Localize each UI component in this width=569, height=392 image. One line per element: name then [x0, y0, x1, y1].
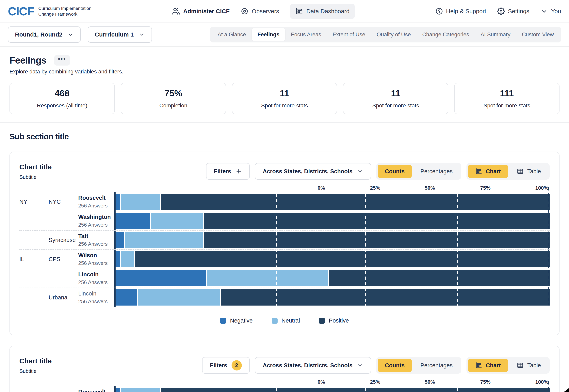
stat-value: 468: [55, 88, 70, 98]
stat-value: 11: [391, 88, 400, 98]
bar-segment-negative: [116, 232, 124, 248]
user-menu[interactable]: You: [540, 8, 561, 15]
row-school-name: Wilson: [78, 252, 116, 259]
page-menu-button[interactable]: •••: [54, 55, 70, 66]
chevron-down-icon: [357, 362, 363, 368]
chart-view-label: Chart: [486, 168, 501, 175]
stat-card: 11 Spot for more stats: [232, 83, 337, 114]
chart-legend: NegativeNeutralPositive: [19, 317, 550, 324]
stat-card: 75% Completion: [121, 83, 226, 114]
bar-segment-positive: [135, 251, 550, 267]
grouping-dropdown[interactable]: Across States, Districts, Schools: [255, 357, 371, 374]
tab-custom-view[interactable]: Custom View: [516, 28, 560, 41]
row-answer-count: 256 Answers: [78, 260, 116, 266]
stacked-bar-chart: 0%25%50%75%100% NYNYCRoosevelt256 Answer…: [19, 185, 550, 324]
bar-segment-neutral: [121, 194, 160, 210]
bar-segment-positive: [221, 289, 550, 306]
row-school-name: Lincoln: [78, 290, 116, 297]
group-separator: [19, 249, 550, 250]
chart-card: Chart title Subtitle Filters Across Stat…: [10, 152, 559, 335]
chevron-down-icon: [68, 32, 73, 38]
brand-tagline-line2: Change Framework: [38, 12, 77, 17]
chart-row: SyracauseTaft256 Answers: [19, 232, 550, 248]
bar-segment-negative: [116, 251, 120, 267]
row-school-cell: Washington256 Answers: [78, 214, 116, 228]
chart-row: Lincoln256 Answers: [19, 270, 550, 286]
tab-feelings[interactable]: Feelings: [252, 28, 285, 41]
y-axis-line: [114, 386, 116, 392]
bar-segment-positive: [329, 270, 550, 286]
chart-view-option[interactable]: Chart: [468, 165, 508, 178]
chart-card: Chart title Subtitle Filters 2 Across St…: [10, 346, 559, 392]
row-school-cell: Lincoln256 Answers: [78, 271, 116, 285]
bar-track: [116, 270, 550, 286]
tab-focus-areas[interactable]: Focus Areas: [285, 28, 327, 41]
page-subtitle: Explore data by combining variables and …: [10, 69, 559, 75]
axis-tick-label: 75%: [480, 185, 491, 191]
counts-percentages-toggle: Counts Percentages: [376, 357, 461, 374]
nav-observers[interactable]: Observers: [241, 7, 279, 15]
bar-chart-icon: [475, 168, 482, 175]
brand-logo: CICF: [8, 4, 34, 18]
curriculum-dropdown-value: Currriculum 1: [95, 31, 134, 38]
nav-administer-cicf[interactable]: Administer CICF: [172, 7, 230, 15]
grouping-dropdown[interactable]: Across States, Districts, Schools: [255, 163, 371, 180]
filters-count-badge: 2: [232, 360, 242, 370]
row-state-label: NY: [19, 198, 49, 205]
axis-tick-label: 25%: [370, 379, 380, 385]
row-answer-count: 256 Answers: [78, 241, 116, 247]
counts-option[interactable]: Counts: [378, 165, 412, 178]
bar-segment-neutral: [125, 232, 203, 248]
chevron-down-icon: [357, 168, 363, 174]
tab-ai-summary[interactable]: AI Summary: [475, 28, 516, 41]
grouping-dropdown-value: Across States, Districts, Schools: [263, 362, 353, 369]
percentages-option[interactable]: Percentages: [413, 359, 460, 372]
row-school-name: Taft: [78, 233, 116, 239]
subsection-title: Sub section title: [10, 132, 559, 141]
tab-quality-of-use[interactable]: Quality of Use: [371, 28, 417, 41]
bar-segment-negative: [116, 270, 206, 286]
chart-heading: Chart title Subtitle: [19, 163, 52, 180]
filters-button[interactable]: Filters 2: [202, 357, 250, 374]
legend-swatch: [272, 318, 277, 324]
percentages-option[interactable]: Percentages: [413, 165, 460, 178]
chart-subtitle: Subtitle: [19, 174, 52, 180]
stat-value: 111: [500, 88, 514, 98]
settings-button[interactable]: Settings: [497, 8, 529, 15]
bar-segment-neutral: [121, 388, 160, 392]
row-district-label: NYC: [49, 198, 78, 205]
row-school-cell: Wilson256 Answers: [78, 252, 116, 266]
tab-extent-of-use[interactable]: Extent of Use: [327, 28, 371, 41]
nav-data-dashboard[interactable]: Data Dashboard: [290, 4, 355, 19]
rounds-dropdown[interactable]: Round1, Round2: [8, 27, 81, 43]
stat-card: 468 Responses (all time): [10, 83, 115, 114]
legend-swatch: [220, 318, 226, 324]
chart-row: UrbanaLincoln256 Answers: [19, 289, 550, 306]
group-separator: [19, 230, 550, 231]
stat-label: Spot for more stats: [261, 102, 308, 109]
bar-chart-icon: [295, 7, 303, 15]
filters-button[interactable]: Filters: [206, 163, 250, 180]
chart-view-label: Chart: [486, 362, 501, 369]
bar-track: [116, 194, 550, 210]
primary-nav: Administer CICF Observers Data Dashboard: [172, 4, 355, 19]
app-header: CICF Curriculum Implementation Change Fr…: [0, 0, 569, 23]
axis-tick-label: 100%: [535, 185, 548, 191]
row-school-cell: Taft256 Answers: [78, 233, 116, 247]
page-head: Feelings ••• Explore data by combining v…: [10, 47, 559, 75]
table-view-option[interactable]: Table: [510, 165, 548, 178]
x-axis: 0%25%50%75%100%: [116, 185, 550, 194]
chart-view-option[interactable]: Chart: [468, 359, 508, 372]
help-support-button[interactable]: Help & Support: [436, 8, 486, 15]
counts-option[interactable]: Counts: [378, 359, 412, 372]
gear-icon: [497, 8, 505, 15]
curriculum-dropdown[interactable]: Currriculum 1: [88, 27, 152, 43]
bar-segment-negative: [116, 289, 137, 306]
stat-label: Spot for more stats: [372, 102, 419, 109]
table-view-option[interactable]: Table: [510, 359, 548, 372]
brand: CICF Curriculum Implementation Change Fr…: [8, 4, 91, 18]
chart-rows: NYNYCRoosevelt256 AnswersWashington256 A…: [19, 388, 550, 392]
tab-at-a-glance[interactable]: At a Glance: [212, 28, 252, 41]
tab-change-categories[interactable]: Change Categories: [416, 28, 475, 41]
row-school-name: Lincoln: [78, 271, 116, 278]
